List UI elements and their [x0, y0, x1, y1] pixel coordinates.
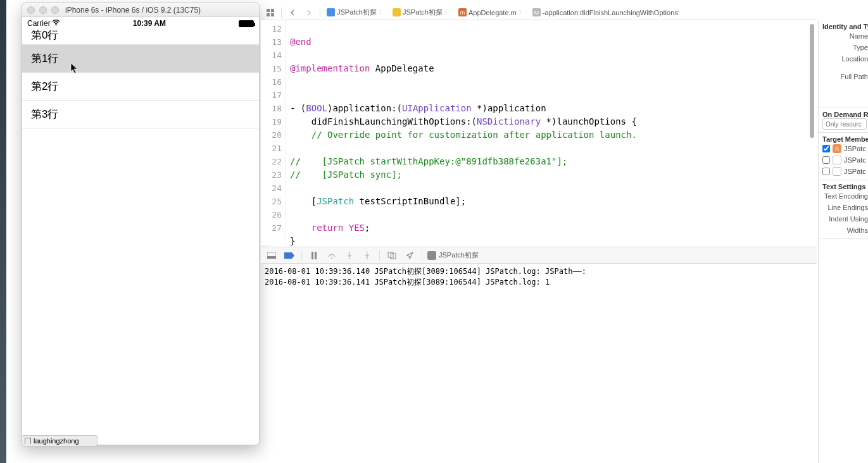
table-row[interactable]: 第2行	[22, 73, 259, 101]
svg-point-9	[331, 257, 332, 258]
jump-bar[interactable]: JSPatch初探 〉 JSPatch初探 〉 m AppDelegate.m …	[261, 5, 817, 20]
row-label: 第0行	[31, 29, 58, 41]
inspector-label: Type	[853, 44, 868, 51]
crumb-project[interactable]: JSPatch初探 〉	[324, 8, 387, 17]
inspector-header: Target Membe	[822, 135, 868, 143]
svg-rect-4	[271, 13, 274, 16]
crumb-label: -application:didFinishLaunchingWithOptio…	[543, 9, 680, 16]
target-checkbox[interactable]	[822, 145, 830, 152]
inspector-header: Text Settings	[822, 183, 868, 190]
table-row[interactable]: 第3行	[22, 101, 259, 128]
line-gutter[interactable]: 12 13 14 15 16 17 18 19 20 21 22 23 24 2…	[261, 20, 286, 245]
target-checkbox[interactable]	[822, 156, 830, 164]
app-icon	[427, 251, 436, 260]
console-line: 2016-08-01 10:39:36.140 JSPatch初探[3089:1…	[265, 267, 586, 276]
code-token: @implementation	[290, 63, 370, 73]
svg-rect-3	[267, 13, 270, 16]
test-target-icon	[833, 167, 841, 176]
minimize-icon[interactable]	[39, 6, 47, 14]
ondemand-tags-input[interactable]	[822, 118, 867, 130]
back-button[interactable]	[286, 7, 299, 18]
battery-icon	[239, 20, 254, 27]
editor-pane: JSPatch初探 〉 JSPatch初探 〉 m AppDelegate.m …	[261, 5, 817, 245]
chevron-right-icon: 〉	[379, 8, 385, 17]
code-token: // Override point for customization afte…	[290, 130, 637, 140]
target-checkbox[interactable]	[822, 168, 830, 175]
close-icon[interactable]	[27, 6, 35, 14]
crumb-symbol[interactable]: M -application:didFinishLaunchingWithOpt…	[530, 8, 682, 16]
target-row[interactable]: A JSPatc	[822, 143, 868, 154]
traffic-lights[interactable]	[27, 6, 59, 14]
table-row[interactable]: 第0行	[22, 30, 259, 45]
inspector-label: Full Path	[841, 73, 868, 80]
code-token: BOOL	[306, 103, 327, 113]
crumb-label: JSPatch初探	[337, 8, 377, 17]
step-out-icon[interactable]	[360, 250, 374, 261]
test-target-icon	[833, 156, 841, 164]
forward-button[interactable]	[302, 7, 316, 18]
code-content[interactable]: @end @implementation AppDelegate - (BOOL…	[286, 20, 637, 245]
debug-target[interactable]: JSPatch初探	[427, 250, 479, 260]
code-token: testScriptInBundle];	[354, 196, 466, 206]
inspector-panel: Identity and Ty Name Type Location Full …	[818, 20, 868, 463]
app-target-icon: A	[833, 144, 841, 153]
target-label: JSPatc	[844, 156, 866, 164]
table-row[interactable]: 第1行	[22, 45, 259, 73]
status-time: 10:39 AM	[133, 19, 166, 28]
inspector-header: On Demand Re	[822, 111, 868, 118]
desktop-item-label: laughingzhong	[34, 437, 79, 445]
separator	[281, 8, 282, 18]
simulator-title: iPhone 6s - iPhone 6s / iOS 9.2 (13C75)	[65, 6, 201, 15]
related-items-icon[interactable]	[263, 7, 277, 18]
code-token: *)application	[472, 103, 546, 113]
target-row[interactable]: JSPatc	[822, 166, 868, 177]
svg-rect-8	[315, 252, 317, 259]
inspector-label: Location	[841, 55, 868, 63]
code-token: YES	[349, 223, 365, 233]
book-icon	[25, 438, 31, 444]
crumb-folder[interactable]: JSPatch初探 〉	[390, 8, 453, 17]
debug-pane: JSPatch初探 2016-08-01 10:39:36.140 JSPatc…	[261, 247, 817, 455]
code-token: UIApplication	[402, 103, 472, 113]
table-view[interactable]: 第0行 第1行 第2行 第3行	[22, 30, 259, 128]
console-output[interactable]: 2016-08-01 10:39:36.140 JSPatch初探[3089:1…	[261, 264, 817, 290]
code-token: return	[311, 223, 344, 233]
row-label: 第1行	[31, 52, 58, 65]
svg-rect-1	[267, 9, 270, 12]
debug-toolbar: JSPatch初探	[261, 247, 817, 264]
toggle-debug-icon[interactable]	[265, 250, 279, 261]
desktop-sliver	[0, 0, 6, 463]
simulator-window: iPhone 6s - iPhone 6s / iOS 9.2 (13C75) …	[22, 3, 260, 445]
chevron-right-icon: 〉	[519, 8, 525, 17]
step-in-icon[interactable]	[343, 250, 356, 261]
code-token: }	[290, 236, 295, 246]
code-token: *)launchOptions {	[541, 116, 637, 127]
code-editor[interactable]: 12 13 14 15 16 17 18 19 20 21 22 23 24 2…	[261, 20, 817, 245]
pause-icon[interactable]	[307, 250, 321, 261]
code-token: didFinishLaunchingWithOptions:(	[290, 116, 477, 127]
folder-icon	[393, 8, 401, 16]
location-icon[interactable]	[403, 250, 417, 261]
step-over-icon[interactable]	[325, 250, 339, 261]
simulator-titlebar[interactable]: iPhone 6s - iPhone 6s / iOS 9.2 (13C75)	[22, 3, 259, 17]
zoom-icon[interactable]	[51, 6, 59, 14]
code-token: - (	[290, 103, 306, 113]
scrollbar[interactable]	[810, 24, 814, 138]
code-token: )application:(	[327, 103, 402, 113]
crumb-file[interactable]: m AppDelegate.m 〉	[456, 8, 527, 17]
separator	[422, 250, 422, 261]
crumb-label: JSPatch初探	[403, 8, 443, 17]
svg-point-11	[367, 252, 368, 253]
console-line: 2016-08-01 10:39:36.141 JSPatch初探[3089:1…	[265, 278, 550, 287]
wifi-icon	[52, 19, 60, 28]
chevron-right-icon: 〉	[444, 8, 451, 17]
view-debug-icon[interactable]	[385, 250, 399, 261]
breakpoints-icon[interactable]	[282, 250, 296, 261]
separator	[379, 250, 380, 261]
target-row[interactable]: JSPatc	[822, 154, 868, 166]
svg-point-0	[55, 25, 56, 26]
inspector-label: Line Endings	[827, 204, 868, 211]
code-token: // [JSPatch sync];	[290, 170, 402, 180]
inspector-label: Indent Using	[829, 215, 868, 223]
desktop-item[interactable]: laughingzhong	[22, 435, 97, 447]
